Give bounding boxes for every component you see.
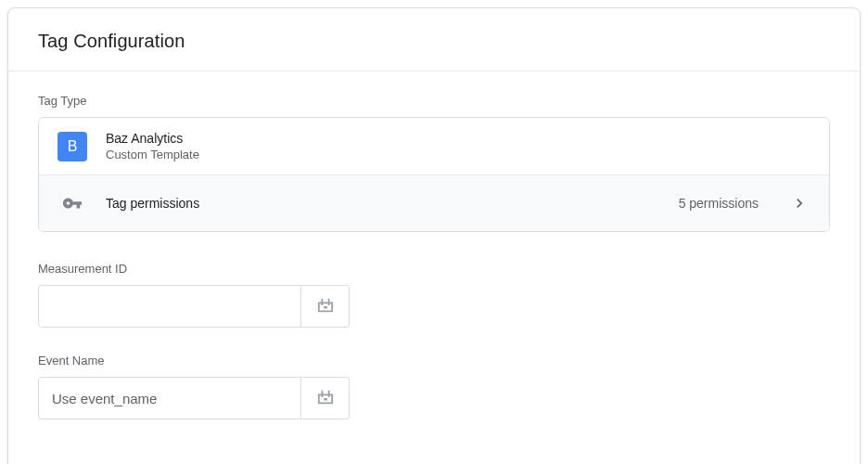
permissions-count: 5 permissions bbox=[679, 196, 759, 211]
event-name-label: Event Name bbox=[38, 354, 830, 367]
variable-block-icon bbox=[315, 389, 336, 408]
tag-permissions-row[interactable]: Tag permissions 5 permissions bbox=[39, 174, 829, 231]
permissions-label: Tag permissions bbox=[106, 196, 660, 211]
measurement-id-variable-button[interactable] bbox=[301, 285, 350, 328]
measurement-id-field-group: Measurement ID bbox=[38, 262, 830, 328]
card-body: Tag Type B Baz Analytics Custom Template… bbox=[8, 71, 860, 464]
variable-block-icon bbox=[315, 297, 336, 316]
event-name-field-group: Event Name bbox=[38, 354, 830, 419]
tag-type-label: Tag Type bbox=[38, 94, 830, 108]
tag-badge-icon: B bbox=[57, 132, 87, 161]
card-header: Tag Configuration bbox=[8, 8, 860, 71]
tag-type-selected-row[interactable]: B Baz Analytics Custom Template bbox=[39, 118, 829, 174]
measurement-id-input-row bbox=[38, 285, 830, 328]
event-name-variable-button[interactable] bbox=[301, 377, 350, 419]
event-name-input[interactable] bbox=[38, 377, 301, 419]
tag-type-box: B Baz Analytics Custom Template Tag perm… bbox=[38, 117, 830, 232]
chevron-right-icon bbox=[788, 192, 811, 214]
event-name-input-row bbox=[38, 377, 830, 419]
measurement-id-label: Measurement ID bbox=[38, 262, 830, 276]
tag-info: Baz Analytics Custom Template bbox=[106, 131, 811, 161]
tag-configuration-card: Tag Configuration Tag Type B Baz Analyti… bbox=[7, 7, 861, 464]
key-icon bbox=[57, 188, 87, 218]
page-title: Tag Configuration bbox=[38, 31, 830, 52]
measurement-id-input[interactable] bbox=[38, 285, 301, 328]
tag-subtitle: Custom Template bbox=[106, 148, 811, 161]
tag-name: Baz Analytics bbox=[106, 131, 811, 146]
